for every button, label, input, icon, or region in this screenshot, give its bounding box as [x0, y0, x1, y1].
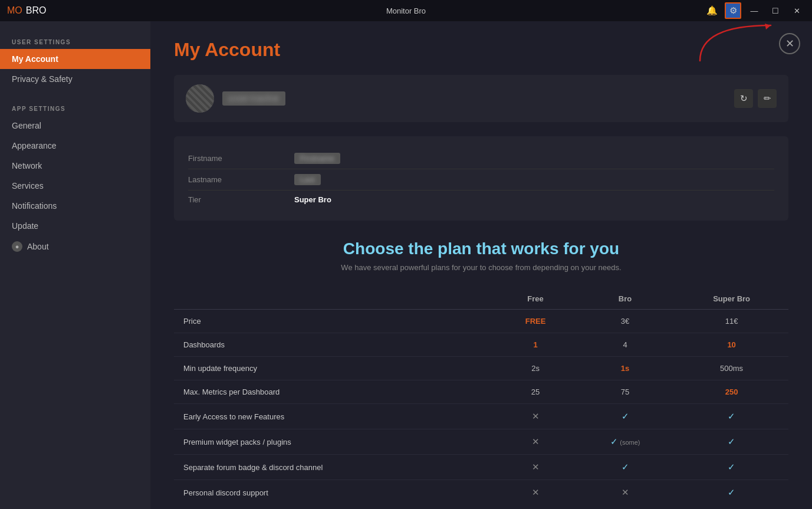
pricing-row: Early Access to new Features✕✓✓ — [174, 404, 788, 429]
bro-cell: 4 — [576, 333, 675, 357]
bro-cell: 75 — [576, 380, 675, 404]
pricing-row: Premium widget packs / plugins✕✓ (some)✓ — [174, 429, 788, 455]
cross-icon: ✕ — [622, 487, 629, 497]
check-icon: ✓ — [728, 462, 735, 472]
about-label: About — [27, 242, 49, 251]
bro-cell: ✓ (some) — [576, 429, 675, 455]
notification-button[interactable]: 🔔 — [703, 2, 720, 19]
super-cell: ✓ — [675, 429, 788, 455]
edit-button[interactable]: ✏ — [758, 89, 777, 108]
sidebar: USER SETTINGS My Account Privacy & Safet… — [0, 21, 150, 509]
check-icon: ✓ — [728, 411, 735, 421]
super-cell: 250 — [675, 380, 788, 404]
avatar-image — [186, 84, 214, 113]
pricing-title: Choose the plan that works for you — [174, 239, 788, 258]
super-cell: 10 — [675, 333, 788, 357]
check-icon: ✓ — [622, 462, 629, 472]
feature-cell: Max. Metrics per Dashboard — [174, 380, 495, 404]
refresh-button[interactable]: ↻ — [734, 89, 753, 108]
tier-value: Super Bro — [294, 195, 331, 204]
col-bro: Bro — [576, 288, 675, 310]
sidebar-item-network[interactable]: Network — [0, 156, 150, 176]
free-cell: ✕ — [495, 455, 576, 480]
sidebar-item-services[interactable]: Services — [0, 176, 150, 196]
feature-cell: Price — [174, 310, 495, 333]
lastname-value: Last — [294, 174, 321, 185]
super-cell: 11€ — [675, 310, 788, 333]
check-icon: ✓ — [728, 436, 735, 446]
free-value: 1 — [533, 340, 537, 349]
user-details: Firstname Firstname Lastname Last Tier S… — [174, 136, 788, 221]
check-icon: ✓ — [610, 436, 618, 446]
col-free: Free — [495, 288, 576, 310]
logo-bro: BRO — [26, 5, 47, 16]
bro-cell: ✓ — [576, 404, 675, 429]
firstname-label: Firstname — [188, 154, 294, 163]
app-body: USER SETTINGS My Account Privacy & Safet… — [0, 21, 812, 509]
check-icon: ✓ — [622, 411, 629, 421]
bro-value: 1s — [621, 364, 629, 373]
close-panel-button[interactable]: ✕ — [779, 33, 800, 54]
col-feature — [174, 288, 495, 310]
user-card-actions: ↻ ✏ — [734, 89, 777, 108]
titlebar: MOBRO Monitor Bro 🔔 ⚙ — ☐ ✕ — [0, 0, 812, 21]
cross-icon: ✕ — [532, 411, 540, 421]
pricing-row: Separate forum badge & discord channel✕✓… — [174, 455, 788, 480]
cross-icon: ✕ — [532, 487, 540, 497]
pricing-subtitle: We have several powerful plans for your … — [174, 263, 788, 272]
about-icon: ● — [12, 241, 22, 252]
bro-cell: ✓ — [576, 455, 675, 480]
feature-cell: Separate forum badge & discord channel — [174, 455, 495, 480]
bro-cell: 1s — [576, 357, 675, 380]
maximize-button[interactable]: ☐ — [767, 2, 784, 19]
lastname-label: Lastname — [188, 175, 294, 184]
firstname-value: Firstname — [294, 153, 340, 164]
some-text: (some) — [620, 439, 640, 446]
sidebar-item-notifications[interactable]: Notifications — [0, 196, 150, 216]
main-content: ✕ My Account username ↻ ✏ Firstname Firs… — [150, 21, 812, 509]
free-value: FREE — [525, 317, 546, 326]
cross-icon: ✕ — [532, 436, 540, 446]
tier-label: Tier — [188, 195, 294, 204]
feature-cell: Premium widget packs / plugins — [174, 429, 495, 455]
super-cell: ✓ — [675, 480, 788, 505]
free-cell: ✕ — [495, 429, 576, 455]
sidebar-item-general[interactable]: General — [0, 116, 150, 136]
avatar — [186, 84, 214, 113]
user-card-left: username — [186, 84, 285, 113]
app-settings-label: APP SETTINGS — [0, 100, 150, 116]
sidebar-item-my-account[interactable]: My Account — [0, 49, 150, 69]
feature-cell: Dashboards — [174, 333, 495, 357]
sidebar-item-privacy-safety[interactable]: Privacy & Safety — [0, 69, 150, 89]
free-cell: 25 — [495, 380, 576, 404]
super-value: 10 — [727, 340, 735, 349]
minimize-button[interactable]: — — [746, 2, 762, 19]
settings-button[interactable]: ⚙ — [725, 2, 741, 19]
feature-cell: Early Access to new Features — [174, 404, 495, 429]
check-icon: ✓ — [728, 487, 735, 497]
user-card: username ↻ ✏ — [174, 75, 788, 122]
sidebar-item-appearance[interactable]: Appearance — [0, 136, 150, 156]
pricing-row: PriceFREE3€11€ — [174, 310, 788, 333]
sidebar-item-about[interactable]: ● About — [0, 236, 150, 257]
pricing-row: Personal discord support✕✕✓ — [174, 480, 788, 505]
cross-icon: ✕ — [532, 462, 540, 472]
app-logo: MOBRO — [7, 5, 46, 16]
pricing-row: Dashboards1410 — [174, 333, 788, 357]
bro-cell: 3€ — [576, 310, 675, 333]
super-cell: 500ms — [675, 357, 788, 380]
lastname-row: Lastname Last — [188, 169, 774, 190]
super-cell: ✓ — [675, 404, 788, 429]
close-button[interactable]: ✕ — [788, 2, 805, 19]
titlebar-title: Monitor Bro — [386, 6, 426, 15]
super-cell: ✓ — [675, 455, 788, 480]
free-cell: FREE — [495, 310, 576, 333]
free-cell: ✕ — [495, 480, 576, 505]
pricing-row: Max. Metrics per Dashboard2575250 — [174, 380, 788, 404]
sidebar-item-update[interactable]: Update — [0, 216, 150, 236]
free-cell: ✕ — [495, 404, 576, 429]
bro-cell: ✕ — [576, 480, 675, 505]
pricing-row: Min update frequency2s1s500ms — [174, 357, 788, 380]
logo-mo: MO — [7, 5, 22, 16]
super-value: 250 — [725, 388, 738, 396]
